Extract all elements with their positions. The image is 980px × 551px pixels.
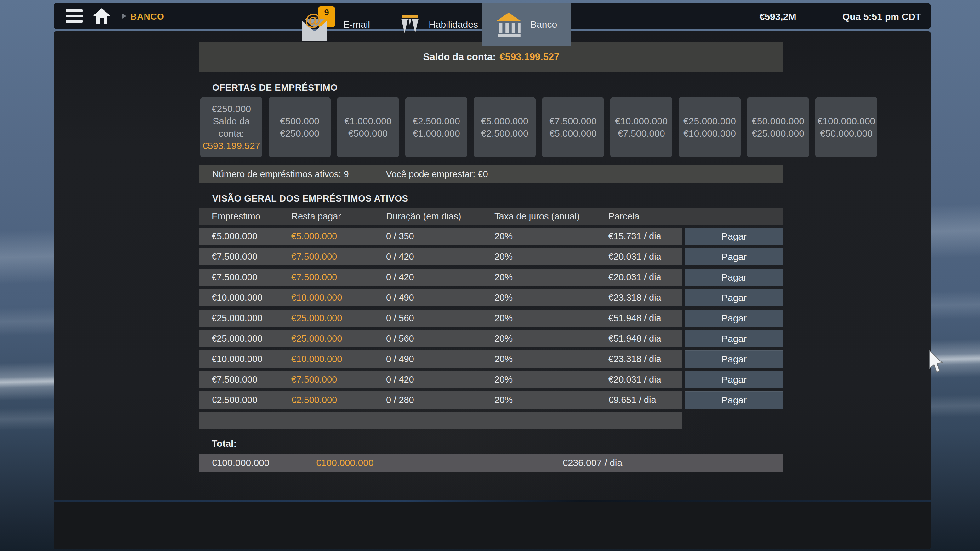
loan-offer-card[interactable]: €5.000.000€2.500.000 — [474, 97, 536, 157]
pay-button[interactable]: Pagar — [685, 289, 783, 306]
table-header-row: Empréstimo Resta pagar Duração (em dias)… — [199, 208, 783, 225]
column-header-interest: Taxa de juros (anual) — [495, 208, 580, 225]
account-balance-label: Saldo da conta: — [423, 51, 496, 63]
offer-tooltip-text: Saldo da — [213, 115, 250, 127]
player-balance: €593,2M — [734, 11, 822, 22]
mouse-cursor — [929, 350, 945, 373]
loan-row: €7.500.000€7.500.0000 / 42020%€20.031 / … — [199, 371, 682, 388]
tab-email[interactable]: 9 @ E-mail — [302, 3, 384, 46]
loan-offers-title: OFERTAS DE EMPRÉSTIMO — [212, 83, 337, 93]
skills-icon — [399, 10, 420, 40]
home-icon[interactable] — [92, 8, 111, 25]
column-header-duration: Duração (em dias) — [386, 208, 461, 225]
empty-loan-row — [199, 412, 682, 429]
account-balance-bar: Saldo da conta: €593.199.527 — [199, 42, 783, 72]
loan-offer-card[interactable]: €500.000€250.000 — [269, 97, 331, 157]
offer-tooltip-balance: €593.199.527 — [202, 140, 261, 152]
pay-button[interactable]: Pagar — [685, 248, 783, 265]
loan-offer-card[interactable]: €100.000.000€50.000.000 — [815, 97, 877, 157]
total-label: Total: — [212, 438, 237, 449]
column-header-installment: Parcela — [608, 208, 639, 225]
tab-bank-active[interactable]: Banco — [482, 3, 571, 46]
offer-amount: €250.000 — [212, 103, 251, 115]
breadcrumb-chevron-icon — [122, 13, 126, 19]
pay-button[interactable]: Pagar — [685, 268, 783, 286]
dock-bar — [54, 502, 931, 549]
breadcrumb[interactable]: BANCO — [130, 12, 164, 22]
loan-offer-card[interactable]: €7.500.000€5.000.000 — [542, 97, 604, 157]
loan-offer-card[interactable]: €2.500.000€1.000.000 — [405, 97, 467, 157]
game-clock: Qua 5:51 pm CDT — [838, 11, 926, 22]
pay-button[interactable]: Pagar — [685, 310, 783, 327]
tab-bank-label: Banco — [530, 19, 557, 30]
total-loan: €100.000.000 — [212, 454, 270, 472]
email-icon: 9 @ — [302, 8, 335, 41]
loan-offer-card[interactable]: €10.000.000€7.500.000 — [610, 97, 672, 157]
loan-row: €10.000.000€10.000.0000 / 49020%€23.318 … — [199, 351, 682, 368]
pay-button[interactable]: Pagar — [685, 228, 783, 245]
tab-skills[interactable]: Habilidades — [399, 3, 478, 46]
tab-skills-label: Habilidades — [429, 19, 478, 30]
bank-icon — [495, 11, 522, 38]
loan-row: €10.000.000€10.000.0000 / 49020%€23.318 … — [199, 289, 682, 306]
at-symbol-icon: @ — [305, 10, 321, 29]
loan-row: €7.500.000€7.500.0000 / 42020%€20.031 / … — [199, 268, 682, 286]
column-header-remaining: Resta pagar — [291, 208, 341, 225]
column-header-loan: Empréstimo — [212, 208, 261, 225]
total-remaining: €100.000.000 — [316, 454, 374, 472]
loan-row: €7.500.000€7.500.0000 / 42020%€20.031 / … — [199, 248, 682, 265]
total-installment: €236.007 / dia — [562, 454, 622, 472]
pay-button[interactable]: Pagar — [685, 391, 783, 409]
loan-row: €2.500.000€2.500.0000 / 28020%€9.651 / d… — [199, 391, 682, 409]
pay-button[interactable]: Pagar — [685, 371, 783, 388]
offer-tooltip-text: conta: — [218, 127, 244, 140]
loan-row: €25.000.000€25.000.0000 / 56020%€51.948 … — [199, 330, 682, 347]
loan-status-bar: Número de empréstimos ativos: 9 Você pod… — [199, 165, 783, 183]
active-loans-title: VISÃO GERAL DOS EMPRÉSTIMOS ATIVOS — [212, 193, 408, 204]
game-background: BANCO €593,2M Qua 5:51 pm CDT Saldo da c… — [0, 0, 980, 551]
loan-offer-card[interactable]: €50.000.000€25.000.000 — [747, 97, 809, 157]
pay-button[interactable]: Pagar — [685, 351, 783, 368]
pay-button[interactable]: Pagar — [685, 330, 783, 347]
active-loans-count: Número de empréstimos ativos: 9 — [212, 169, 349, 179]
loan-offer-card[interactable]: €25.000.000€10.000.000 — [679, 97, 741, 157]
menu-hamburger-icon[interactable] — [65, 10, 83, 23]
loan-offer-card[interactable]: €1.000.000€500.000 — [337, 97, 399, 157]
total-row: €100.000.000 €100.000.000 €236.007 / dia — [199, 454, 783, 472]
loan-row: €25.000.000€25.000.0000 / 56020%€51.948 … — [199, 310, 682, 327]
loan-offer-card-featured[interactable]: €250.000 Saldo da conta: €593.199.527 — [200, 97, 262, 157]
borrow-capacity: Você pode emprestar: €0 — [386, 169, 488, 179]
loan-row: €5.000.000€5.000.0000 / 35020%€15.731 / … — [199, 228, 682, 245]
account-balance-value: €593.199.527 — [500, 51, 560, 63]
tab-email-label: E-mail — [343, 19, 370, 30]
